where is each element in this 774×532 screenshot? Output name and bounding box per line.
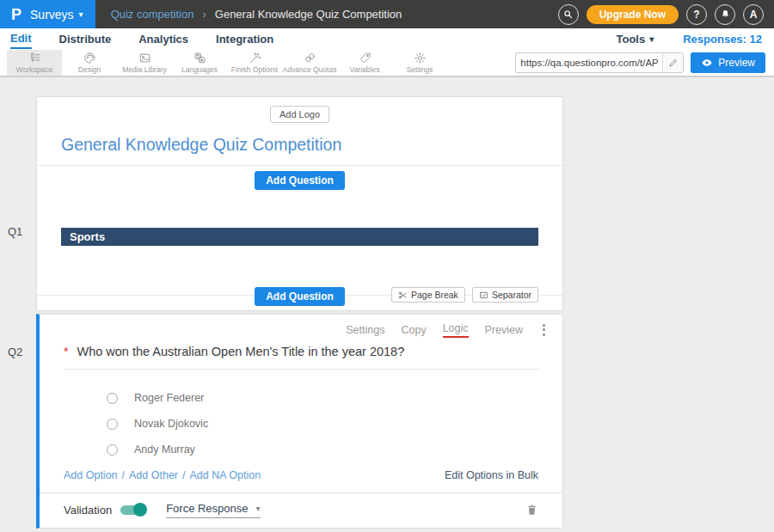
tab-analytics[interactable]: Analytics xyxy=(138,30,188,48)
settings-icon xyxy=(414,52,427,64)
link-separator: / xyxy=(122,469,125,481)
edit-toolbar: Workspace Design Media Library Languages… xyxy=(0,50,774,77)
edit-options-in-bulk-link[interactable]: Edit Options in Bulk xyxy=(445,469,538,481)
question-logic-link[interactable]: Logic xyxy=(443,322,469,338)
validation-toggle[interactable] xyxy=(120,505,145,515)
survey-title[interactable]: General Knowledge Quiz Competition xyxy=(61,134,538,156)
chevron-down-icon: ▾ xyxy=(649,35,654,44)
breadcrumb-separator-icon: › xyxy=(202,8,206,21)
radio-button-icon[interactable] xyxy=(107,419,118,430)
design-icon xyxy=(83,52,96,64)
toolbar-item-design[interactable]: Design xyxy=(62,50,117,76)
search-icon xyxy=(562,9,574,20)
toolbar-item-media-library[interactable]: Media Library xyxy=(117,50,172,76)
tab-distribute[interactable]: Distribute xyxy=(59,30,112,48)
avatar[interactable]: A xyxy=(743,4,764,25)
scissors-icon xyxy=(398,290,408,300)
answer-option-row[interactable]: Novak Djokovic xyxy=(107,418,562,430)
question-menu: Settings Copy Logic Preview xyxy=(40,315,562,336)
trash-icon xyxy=(525,503,538,517)
validation-type-dropdown[interactable]: Force Response ▾ xyxy=(166,502,260,518)
question-text[interactable]: Who won the Australian Open Men's Title … xyxy=(77,344,404,359)
add-logo-button[interactable]: Add Logo xyxy=(270,106,329,123)
toolbar-item-variables[interactable]: Variables xyxy=(337,50,392,76)
finish-options-icon xyxy=(249,52,261,64)
question-q1-section-header[interactable]: Sports xyxy=(61,228,538,246)
add-question-button-top[interactable]: Add Question xyxy=(255,171,345,190)
question-number-q1: Q1 xyxy=(8,225,22,238)
radio-button-icon[interactable] xyxy=(107,393,118,404)
question-number-q2: Q2 xyxy=(8,345,22,358)
preview-button[interactable]: Preview xyxy=(691,52,765,73)
variables-icon xyxy=(359,52,372,64)
pencil-icon xyxy=(668,58,679,68)
answer-option-row[interactable]: Andy Murray xyxy=(107,443,562,456)
breadcrumb-survey-title: General Knowledge Quiz Competition xyxy=(215,8,402,21)
toolbar-item-languages[interactable]: Languages xyxy=(172,50,227,76)
option-label[interactable]: Novak Djokovic xyxy=(134,418,208,430)
tools-menu[interactable]: Tools ▾ xyxy=(617,33,654,46)
survey-editor-canvas: Q1 Q2 Add Logo General Knowledge Quiz Co… xyxy=(0,77,774,532)
toolbar-item-advance-quotas[interactable]: Advance Quotas xyxy=(282,50,337,76)
bell-icon xyxy=(720,9,731,20)
languages-icon xyxy=(194,52,206,64)
surveys-menu-label: Surveys xyxy=(30,8,74,21)
radio-button-icon[interactable] xyxy=(107,444,118,456)
toolbar-item-settings[interactable]: Settings xyxy=(392,50,447,76)
chevron-down-icon: ▾ xyxy=(79,10,83,19)
edit-url-button[interactable] xyxy=(662,53,683,72)
tab-edit[interactable]: Edit xyxy=(10,29,32,49)
toolbar-item-finish-options[interactable]: Finish Options xyxy=(227,50,282,76)
page-break-button[interactable]: Page Break xyxy=(391,287,465,303)
answer-options: Roger Federer Novak Djokovic Andy Murray xyxy=(107,392,562,456)
upgrade-now-button[interactable]: Upgrade Now xyxy=(587,5,679,24)
link-separator: / xyxy=(182,469,185,481)
answer-option-row[interactable]: Roger Federer xyxy=(107,392,562,404)
help-button[interactable]: ? xyxy=(686,4,707,25)
add-na-option-link[interactable]: Add NA Option xyxy=(190,469,261,481)
option-label[interactable]: Roger Federer xyxy=(134,392,204,404)
top-header: P Surveys ▾ Quiz competition › General K… xyxy=(0,0,774,28)
question-preview-link[interactable]: Preview xyxy=(485,324,523,336)
add-other-link[interactable]: Add Other xyxy=(129,469,178,481)
main-nav: Edit Distribute Analytics Integration To… xyxy=(0,28,774,50)
required-marker: * xyxy=(64,344,68,359)
survey-url-box xyxy=(515,52,684,73)
delete-question-button[interactable] xyxy=(525,503,538,517)
kebab-menu-icon[interactable] xyxy=(539,322,549,338)
validation-label: Validation xyxy=(64,504,112,517)
responses-count[interactable]: Responses: 12 xyxy=(683,33,762,46)
eye-icon xyxy=(701,57,713,69)
chevron-down-icon: ▾ xyxy=(256,504,261,513)
search-button[interactable] xyxy=(558,4,579,25)
question-settings-link[interactable]: Settings xyxy=(346,324,384,336)
workspace-icon xyxy=(28,52,41,64)
media-library-icon xyxy=(138,52,151,64)
notifications-button[interactable] xyxy=(715,4,735,25)
breadcrumb-folder[interactable]: Quiz competition xyxy=(111,8,194,21)
survey-page-card: Add Logo General Knowledge Quiz Competit… xyxy=(36,96,563,311)
toggle-knob xyxy=(133,503,147,517)
separator-button[interactable]: Separator xyxy=(472,287,538,303)
option-label[interactable]: Andy Murray xyxy=(134,443,195,456)
question-copy-link[interactable]: Copy xyxy=(401,324,426,336)
add-option-link[interactable]: Add Option xyxy=(64,469,118,481)
surveys-menu[interactable]: P Surveys ▾ xyxy=(0,0,95,28)
separator-icon xyxy=(479,290,488,300)
add-question-button-middle[interactable]: Add Question xyxy=(255,287,345,306)
tab-integration[interactable]: Integration xyxy=(216,30,273,48)
breadcrumb: Quiz competition › General Knowledge Qui… xyxy=(111,8,402,21)
questionpro-logo: P xyxy=(11,7,22,22)
question-q2-card: Settings Copy Logic Preview * Who won th… xyxy=(36,314,563,529)
advance-quotas-icon xyxy=(304,52,316,64)
toolbar-item-workspace[interactable]: Workspace xyxy=(7,50,62,76)
survey-url-input[interactable] xyxy=(516,58,662,68)
